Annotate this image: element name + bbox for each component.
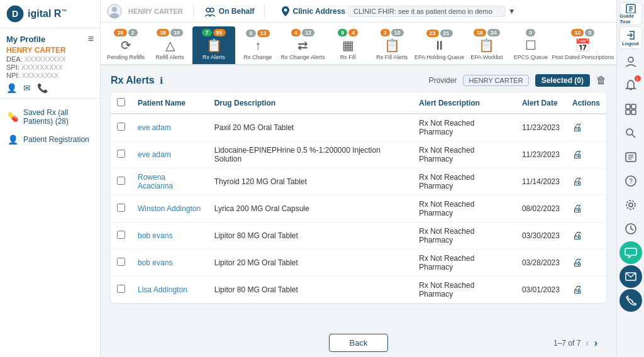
rx-fill-alerts-badge2: 10 bbox=[391, 29, 404, 36]
row-checkbox-cell bbox=[111, 250, 131, 277]
selected-badge[interactable]: Selected (0) bbox=[535, 74, 590, 87]
search-button[interactable] bbox=[619, 122, 642, 145]
sidebar-item-saved-rx[interactable]: 💊 Saved Rx (all Patients) (28) bbox=[0, 104, 100, 130]
phone-button[interactable] bbox=[619, 289, 642, 312]
on-behalf-button[interactable]: On Behalf bbox=[204, 5, 255, 18]
row-checkbox-2[interactable] bbox=[117, 177, 125, 185]
guide-icon bbox=[625, 3, 636, 13]
nav-pending-refills[interactable]: 26 2 ⟳ Pending Refills bbox=[104, 26, 147, 64]
svg-point-4 bbox=[110, 13, 119, 18]
back-button[interactable]: Back bbox=[329, 334, 389, 352]
patient-name-link[interactable]: bob evans bbox=[138, 231, 172, 240]
row-checkbox-3[interactable] bbox=[117, 204, 125, 212]
nav-rx-change-alerts[interactable]: 4 12 ⇄ Rx Change Alerts bbox=[280, 26, 325, 64]
email-icon[interactable]: ✉ bbox=[23, 83, 31, 93]
patient-name-cell: eve adam bbox=[131, 141, 208, 168]
print-icon-6[interactable]: 🖨 bbox=[572, 284, 582, 295]
actions-cell: 🖨 bbox=[566, 114, 606, 141]
info-icon[interactable]: ℹ bbox=[160, 75, 163, 85]
print-icon-1[interactable]: 🖨 bbox=[572, 149, 582, 160]
settings-button[interactable] bbox=[619, 194, 642, 216]
delete-icon[interactable]: 🗑 bbox=[596, 75, 606, 86]
row-checkbox-4[interactable] bbox=[117, 231, 125, 239]
patient-name-link[interactable]: Lisa Addington bbox=[138, 285, 187, 294]
alert-date-cell: 03/28/2023 bbox=[516, 250, 566, 277]
guide-tour-button[interactable]: Guide Tour bbox=[619, 3, 642, 25]
row-checkbox-1[interactable] bbox=[117, 150, 125, 158]
alert-description-cell: Rx Not Reached Pharmacy bbox=[413, 250, 516, 277]
post-dated-icon: 📅 bbox=[575, 38, 591, 53]
row-checkbox-6[interactable] bbox=[117, 285, 125, 293]
profile-right-button[interactable] bbox=[619, 50, 642, 73]
list-button[interactable] bbox=[619, 146, 642, 168]
patient-name-link[interactable]: bob evans bbox=[138, 258, 172, 267]
user-icon[interactable]: 👤 bbox=[6, 83, 17, 93]
select-all-header bbox=[111, 93, 131, 114]
print-icon-0[interactable]: 🖨 bbox=[572, 122, 582, 133]
patient-name-link[interactable]: eve adam bbox=[138, 123, 171, 132]
nav-epa-worklist[interactable]: 38 24 📋 EPA Worklist bbox=[465, 26, 508, 64]
svg-line-18 bbox=[632, 135, 635, 138]
print-icon-3[interactable]: 🖨 bbox=[572, 203, 582, 214]
profile-section: My Profile ≡ HENRY CARTER DEA: XXXXXXXXX… bbox=[0, 28, 100, 99]
row-checkbox-cell bbox=[111, 277, 131, 304]
patient-name-link[interactable]: eve adam bbox=[138, 150, 171, 159]
row-checkbox-5[interactable] bbox=[117, 258, 125, 266]
top-bar-username: HENRY CARTER bbox=[128, 8, 183, 15]
rx-alerts-badge2: 95 bbox=[213, 29, 226, 36]
profile-right-icon bbox=[625, 55, 637, 68]
nav-rx-change[interactable]: 0 13 ↑ Rx Change bbox=[236, 27, 279, 64]
dropdown-arrow-icon[interactable]: ▼ bbox=[508, 7, 516, 16]
chat-button[interactable] bbox=[619, 241, 642, 264]
patient-name-cell: bob evans bbox=[131, 222, 208, 250]
phone-icon[interactable]: 📞 bbox=[37, 83, 48, 93]
post-dated-label: Post Dated Prescriptions bbox=[552, 54, 614, 60]
epcs-queue-icon: ☐ bbox=[525, 38, 536, 53]
history-button[interactable] bbox=[619, 217, 642, 240]
hamburger-icon[interactable]: ≡ bbox=[88, 33, 94, 45]
print-icon-4[interactable]: 🖨 bbox=[572, 230, 582, 241]
rx-fill-alerts-badge1: 3 bbox=[380, 29, 390, 36]
logo-section: D igital R™ bbox=[0, 0, 100, 28]
patient-name-link[interactable]: Winston Addington bbox=[138, 204, 201, 213]
epa-worklist-icon: 📋 bbox=[479, 38, 494, 53]
svg-rect-16 bbox=[631, 110, 636, 114]
print-icon-2[interactable]: 🖨 bbox=[572, 176, 582, 187]
nav-epa-holding[interactable]: 23 21 ⏸ EPA Holding Queue bbox=[414, 27, 464, 64]
next-page-button[interactable]: › bbox=[594, 338, 597, 349]
provider-value[interactable]: HENRY CARTER bbox=[463, 75, 528, 86]
help-icon: ? bbox=[625, 175, 637, 187]
sidebar-item-patient-registration[interactable]: 👤 Patient Registration bbox=[0, 130, 100, 149]
help-button[interactable]: ? bbox=[619, 170, 642, 192]
dashboard-button[interactable] bbox=[619, 98, 642, 121]
nav-epcs-queue[interactable]: 0 ☐ EPCS Queue bbox=[509, 26, 552, 64]
logout-label: Logout bbox=[622, 41, 639, 47]
pending-refills-icon: ⟳ bbox=[121, 38, 131, 53]
logout-button[interactable]: Logout bbox=[619, 26, 642, 49]
mail-button[interactable] bbox=[619, 265, 642, 288]
profile-name: HENRY CARTER bbox=[6, 46, 94, 55]
nav-rx-fill-alerts[interactable]: 3 10 📋 Rx Fill Alerts bbox=[370, 26, 413, 64]
notifications-button[interactable]: 1 bbox=[619, 74, 642, 97]
svg-point-3 bbox=[112, 7, 117, 12]
nav-post-dated[interactable]: 10 0 📅 Post Dated Prescriptions bbox=[553, 26, 613, 64]
mail-icon bbox=[625, 270, 637, 283]
logout-icon bbox=[625, 30, 636, 41]
prev-page-button[interactable]: ‹ bbox=[586, 338, 589, 349]
row-checkbox-0[interactable] bbox=[117, 123, 125, 131]
right-sidebar: Guide Tour Logout 1 bbox=[616, 0, 644, 357]
table-row: bob evans Lipitor 20 MG Oral Tablet Rx N… bbox=[111, 250, 606, 277]
notification-badge: 1 bbox=[635, 75, 641, 82]
print-icon-5[interactable]: 🖨 bbox=[572, 257, 582, 268]
epa-worklist-badge2: 24 bbox=[487, 29, 500, 36]
guide-label: Guide Tour bbox=[620, 13, 641, 25]
pagination-info: 1–7 of 7 bbox=[553, 339, 580, 348]
patient-name-link[interactable]: Rowena Acacianna bbox=[138, 173, 173, 190]
svg-rect-13 bbox=[626, 104, 630, 109]
table-row: eve adam Lidocaine-EPINEPHrine 0.5 %-1:2… bbox=[111, 141, 606, 168]
clinic-address-value[interactable]: CLINIC FHIR: see it as patient demo in d… bbox=[348, 6, 506, 17]
nav-rx-alerts[interactable]: 7 95 📋 Rx Alerts bbox=[192, 26, 235, 64]
nav-rx-fill[interactable]: 9 4 ▦ Rx Fill bbox=[326, 26, 369, 64]
select-all-checkbox[interactable] bbox=[117, 98, 125, 106]
nav-refill-alerts[interactable]: 38 10 △ Refill Alerts bbox=[148, 26, 191, 64]
